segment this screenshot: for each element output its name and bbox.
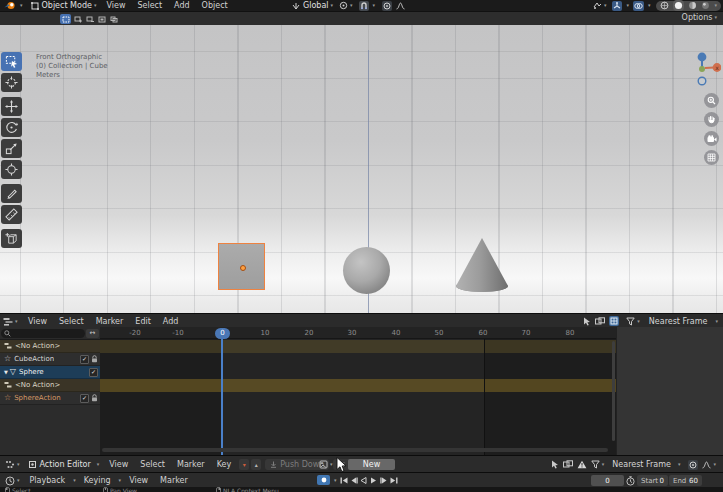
track-mute-checkbox[interactable]: ✓ xyxy=(89,368,98,377)
toggle-perspective-icon[interactable] xyxy=(704,150,719,165)
menu-view[interactable]: View xyxy=(100,1,131,10)
tl-menu-marker[interactable]: Marker xyxy=(154,476,194,485)
blender-menu-caret-icon[interactable]: ▾ xyxy=(20,3,23,8)
playback-caret-icon[interactable]: ▾ xyxy=(73,478,76,483)
ae-proportional-toggle[interactable] xyxy=(688,460,698,470)
cone-object[interactable] xyxy=(456,237,508,293)
action-unlink-button[interactable]: ▾ xyxy=(239,459,249,470)
track-mute-checkbox[interactable]: ✓ xyxy=(80,394,89,403)
shading-wireframe-button[interactable] xyxy=(660,1,669,10)
play-reverse-button[interactable] xyxy=(359,475,368,485)
jump-to-start-button[interactable] xyxy=(339,475,348,485)
blender-logo-icon[interactable] xyxy=(4,1,16,10)
expand-triangle-icon[interactable]: ▼ xyxy=(4,370,8,375)
pivot-point-dropdown[interactable]: ▾ xyxy=(339,1,355,10)
next-keyframe-button[interactable] xyxy=(379,475,388,485)
show-object-types-dropdown[interactable]: ▾ xyxy=(593,1,609,10)
current-frame-field[interactable]: 0 xyxy=(591,475,624,486)
nla-menu-marker[interactable]: Marker xyxy=(90,317,130,326)
nla-track-band-cube[interactable] xyxy=(100,340,616,353)
nla-menu-view[interactable]: View xyxy=(22,317,53,326)
track-lock-icon[interactable] xyxy=(91,355,98,364)
cube-object[interactable] xyxy=(218,243,265,290)
overlays-toggle[interactable] xyxy=(633,1,644,11)
nla-sync-toggle[interactable] xyxy=(609,316,619,326)
ae-filter-dropdown[interactable]: ▾ xyxy=(591,460,607,469)
proportional-editing-toggle[interactable] xyxy=(382,1,392,11)
nla-menu-add[interactable]: Add xyxy=(157,317,185,326)
nla-snap-dropdown[interactable]: Nearest Frame ▾ xyxy=(649,317,720,326)
keying-caret-icon[interactable]: ▾ xyxy=(119,478,122,483)
menu-add[interactable]: Add xyxy=(168,1,196,10)
track-lock-icon[interactable] xyxy=(91,394,98,403)
nla-track-no-action-sphere[interactable]: <No Action> xyxy=(0,379,100,392)
ae-menu-select[interactable]: Select xyxy=(134,460,171,469)
snapping-caret-icon[interactable]: ▾ xyxy=(373,3,376,8)
tool-scale[interactable] xyxy=(1,139,22,158)
select-mode-invert-button[interactable] xyxy=(96,14,107,24)
overlays-caret-icon[interactable]: ▾ xyxy=(648,3,651,8)
nla-strip-sphereaction[interactable]: ☆ SphereAction ✓ xyxy=(0,392,100,405)
tool-options-dropdown[interactable]: Options ▾ xyxy=(682,13,719,22)
nla-search-input[interactable] xyxy=(1,329,85,338)
auto-keying-button[interactable] xyxy=(317,475,330,485)
nla-channel-expand-button[interactable]: ↔ xyxy=(86,329,99,338)
tl-menu-playback[interactable]: Playback xyxy=(24,476,72,485)
shading-solid-button[interactable] xyxy=(673,0,684,11)
auto-keying-caret-icon[interactable]: ▾ xyxy=(334,478,337,483)
frame-end-field[interactable]: End 60 xyxy=(669,475,702,486)
timeline-editor-type-dropdown[interactable]: ▾ xyxy=(5,476,22,486)
tool-select-box[interactable] xyxy=(1,52,22,71)
horizontal-scrollbar[interactable] xyxy=(102,448,608,452)
vertical-scrollbar[interactable] xyxy=(612,341,615,441)
use-preview-range-icon[interactable] xyxy=(626,476,635,486)
ae-menu-marker[interactable]: Marker xyxy=(171,460,211,469)
track-mute-checkbox[interactable]: ✓ xyxy=(80,355,89,364)
nla-menu-select[interactable]: Select xyxy=(53,317,90,326)
jump-to-end-button[interactable] xyxy=(389,475,398,485)
ae-snap-dropdown[interactable]: Nearest Frame ▾ xyxy=(612,460,682,469)
nla-strip-cubeaction[interactable]: ☆ CubeAction ✓ xyxy=(0,353,100,366)
ae-menu-view[interactable]: View xyxy=(103,460,134,469)
prev-keyframe-button[interactable] xyxy=(349,475,358,485)
camera-view-icon[interactable] xyxy=(704,131,719,146)
gizmos-caret-icon[interactable]: ▾ xyxy=(626,3,629,8)
ae-tweak-icon[interactable] xyxy=(551,460,559,469)
nla-editor-type-dropdown[interactable]: ▾ xyxy=(3,314,20,328)
nla-track-band-sphere[interactable] xyxy=(100,379,616,392)
tool-move[interactable] xyxy=(1,97,22,116)
navigation-gizmo[interactable]: x xyxy=(687,52,721,88)
nla-timeline-ruler[interactable]: -20 -10 10 20 30 40 50 60 70 80 0 xyxy=(100,327,616,339)
zoom-icon[interactable] xyxy=(704,93,719,108)
nla-tweak-icon[interactable] xyxy=(583,317,591,326)
sphere-object[interactable] xyxy=(343,247,390,294)
pan-hand-icon[interactable] xyxy=(704,112,719,127)
tl-menu-keying[interactable]: Keying xyxy=(78,476,117,485)
dopesheet-editor-type-dropdown[interactable]: ▾ xyxy=(5,460,22,469)
nla-track-no-action-cube[interactable]: <No Action> xyxy=(0,340,100,353)
ae-frames-icon[interactable] xyxy=(563,460,573,469)
tool-annotate[interactable] xyxy=(1,184,22,203)
object-mode-dropdown[interactable]: Object Mode ▾ xyxy=(31,1,99,10)
shading-material-button[interactable] xyxy=(688,1,697,10)
action-up-button[interactable]: ▴ xyxy=(251,459,261,470)
viewport-3d[interactable]: Front Orthographic (0) Collection | Cube… xyxy=(0,25,723,313)
tool-measure[interactable] xyxy=(1,205,22,224)
action-browse-dropdown[interactable]: ▾ xyxy=(319,456,335,473)
nla-frames-icon[interactable] xyxy=(595,317,605,326)
nla-filter-dropdown[interactable]: ▾ xyxy=(626,317,642,326)
nla-strips-area[interactable] xyxy=(100,339,616,455)
shading-rendered-button[interactable] xyxy=(701,1,710,10)
new-action-button[interactable]: New xyxy=(348,459,395,470)
menu-object[interactable]: Object xyxy=(196,1,234,10)
ae-menu-key[interactable]: Key xyxy=(211,460,238,469)
gizmos-toggle[interactable] xyxy=(612,1,622,11)
transform-orientation-dropdown[interactable]: Global ▾ xyxy=(292,1,335,10)
tl-menu-view[interactable]: View xyxy=(123,476,154,485)
tool-rotate[interactable] xyxy=(1,118,22,137)
snapping-toggle[interactable] xyxy=(359,1,369,11)
editor-mode-dropdown[interactable]: Action Editor ▾ xyxy=(28,460,102,469)
shading-caret-icon[interactable]: ▾ xyxy=(714,3,717,8)
frame-start-field[interactable]: Start 0 xyxy=(637,475,668,486)
current-frame-badge[interactable]: 0 xyxy=(215,328,230,339)
